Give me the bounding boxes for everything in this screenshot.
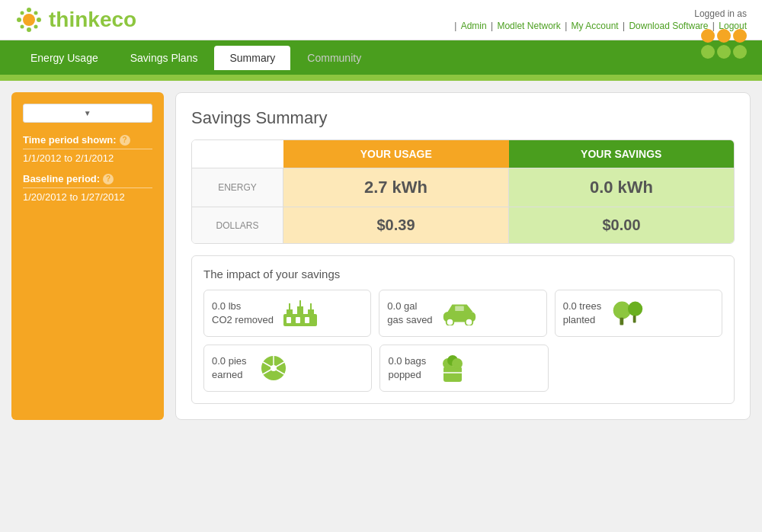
content-area: Past month ▼ Time period shown: ? 1/1/20… xyxy=(0,81,762,431)
impact-gas-text: 0.0 gal gas saved xyxy=(387,300,432,327)
user-icons-col2 xyxy=(733,29,747,59)
tab-community[interactable]: Community xyxy=(292,46,376,70)
impact-card-co2: 0.0 lbs CO2 removed xyxy=(203,290,371,337)
pie-icon xyxy=(255,353,293,383)
car-icon xyxy=(440,298,479,328)
summary-table: YOUR USAGE YOUR SAVINGS ENERGY 2.7 kWh 0… xyxy=(191,139,735,244)
logo-icon xyxy=(15,6,43,34)
svg-rect-16 xyxy=(287,317,291,323)
sep3: | xyxy=(623,21,627,31)
baseline-period-section: Baseline period: ? 1/20/2012 to 1/27/201… xyxy=(23,173,152,203)
impact-card-pies: 0.0 pies earned xyxy=(203,345,372,392)
impact-pies-text: 0.0 pies earned xyxy=(212,354,247,382)
impact-grid-row2: 0.0 pies earned xyxy=(203,345,549,392)
accent-bar xyxy=(0,75,762,81)
svg-rect-11 xyxy=(297,306,303,316)
nav-bar: Energy Usage Savings Plans Summary Commu… xyxy=(0,40,762,75)
impact-card-trees: 0.0 trees planted xyxy=(555,290,722,337)
period-select-wrap: Past month ▼ xyxy=(23,104,152,123)
user-icon-5 xyxy=(733,29,747,43)
dollars-savings-value: $0.00 xyxy=(509,207,734,243)
svg-point-6 xyxy=(34,11,38,15)
logo-text-post: eco xyxy=(100,8,136,31)
baseline-value: 1/20/2012 to 1/27/2012 xyxy=(23,191,152,203)
svg-rect-12 xyxy=(308,309,314,316)
svg-rect-10 xyxy=(287,309,293,316)
header-spacer xyxy=(192,140,283,168)
svg-rect-34 xyxy=(443,367,462,382)
header-right: Logged in as | Admin | Modlet Network | … xyxy=(453,8,747,31)
svg-point-1 xyxy=(27,8,31,12)
svg-point-33 xyxy=(271,365,277,371)
logged-in-label: Logged in as xyxy=(453,8,747,19)
user-icons-col1 xyxy=(701,29,731,59)
impact-card-popcorn: 0.0 bags popped xyxy=(379,345,548,392)
svg-point-25 xyxy=(628,302,642,316)
pipe-sep: | xyxy=(454,21,459,31)
user-icon-6 xyxy=(733,45,747,59)
logo-text-pre: think xyxy=(49,8,100,31)
logo: thinkeco xyxy=(15,6,136,34)
summary-table-header: YOUR USAGE YOUR SAVINGS xyxy=(192,140,734,168)
col-header-usage: YOUR USAGE xyxy=(283,140,509,168)
energy-usage-value: 2.7 kWh xyxy=(283,168,509,207)
logo-text: thinkeco xyxy=(49,8,136,32)
svg-rect-24 xyxy=(620,318,624,325)
tree-icon xyxy=(609,298,647,328)
svg-rect-26 xyxy=(633,316,636,323)
my-account-link[interactable]: My Account xyxy=(572,21,619,31)
tab-energy-usage[interactable]: Energy Usage xyxy=(15,46,114,70)
baseline-label: Baseline period: ? xyxy=(23,173,152,188)
impact-trees-text: 0.0 trees planted xyxy=(563,300,602,327)
page-title: Savings Summary xyxy=(191,108,735,128)
download-software-link[interactable]: Download Software xyxy=(629,21,708,31)
svg-point-2 xyxy=(27,27,31,32)
modlet-network-link[interactable]: Modlet Network xyxy=(497,21,560,31)
svg-point-8 xyxy=(34,25,38,29)
dollars-row: DOLLARS $0.39 $0.00 xyxy=(192,207,734,243)
time-period-section: Time period shown: ? 1/1/2012 to 2/1/201… xyxy=(23,134,152,164)
impact-popcorn-text: 0.0 bags popped xyxy=(388,354,426,382)
user-icons-group xyxy=(701,29,747,59)
col-header-savings: YOUR SAVINGS xyxy=(509,140,735,168)
tab-summary[interactable]: Summary xyxy=(214,46,290,70)
svg-point-20 xyxy=(446,319,453,325)
time-period-info-icon[interactable]: ? xyxy=(120,135,130,146)
svg-point-3 xyxy=(17,18,21,22)
time-period-label: Time period shown: ? xyxy=(23,134,152,149)
period-select[interactable]: Past month ▼ xyxy=(23,104,152,123)
impact-title: The impact of your savings xyxy=(203,268,722,280)
dollars-usage-value: $0.39 xyxy=(283,207,509,243)
impact-card-gas: 0.0 gal gas saved xyxy=(379,290,546,337)
svg-rect-18 xyxy=(305,317,309,323)
dollars-label: DOLLARS xyxy=(192,207,283,243)
time-period-value: 1/1/2012 to 2/1/2012 xyxy=(23,152,152,164)
svg-point-5 xyxy=(21,11,24,15)
user-icon-1 xyxy=(701,29,715,43)
baseline-info-icon[interactable]: ? xyxy=(103,174,114,184)
period-select-label: Past month xyxy=(30,107,80,119)
sep2: | xyxy=(565,21,569,31)
main-panel: Savings Summary YOUR USAGE YOUR SAVINGS … xyxy=(175,92,751,420)
svg-rect-17 xyxy=(296,317,300,323)
admin-link[interactable]: Admin xyxy=(461,21,487,31)
impact-grid-row1: 0.0 lbs CO2 removed xyxy=(203,290,722,337)
header: thinkeco Logged in as | Admin | Modlet N… xyxy=(0,0,762,40)
user-icon-3 xyxy=(701,45,715,59)
impact-co2-text: 0.0 lbs CO2 removed xyxy=(212,300,274,327)
user-icon-2 xyxy=(717,29,731,43)
svg-point-21 xyxy=(465,319,472,325)
svg-rect-22 xyxy=(455,306,464,311)
svg-point-0 xyxy=(23,14,35,26)
energy-savings-value: 0.0 kWh xyxy=(509,168,734,207)
nav-tabs: Energy Usage Savings Plans Summary Commu… xyxy=(15,46,376,70)
factory-icon xyxy=(281,298,319,328)
svg-point-37 xyxy=(452,358,463,369)
sep1: | xyxy=(491,21,495,31)
tab-savings-plans[interactable]: Savings Plans xyxy=(115,46,213,70)
energy-row: ENERGY 2.7 kWh 0.0 kWh xyxy=(192,168,734,207)
sidebar: Past month ▼ Time period shown: ? 1/1/20… xyxy=(11,92,164,420)
svg-point-7 xyxy=(21,25,24,29)
dropdown-arrow-icon: ▼ xyxy=(84,109,91,117)
energy-label: ENERGY xyxy=(192,168,283,207)
